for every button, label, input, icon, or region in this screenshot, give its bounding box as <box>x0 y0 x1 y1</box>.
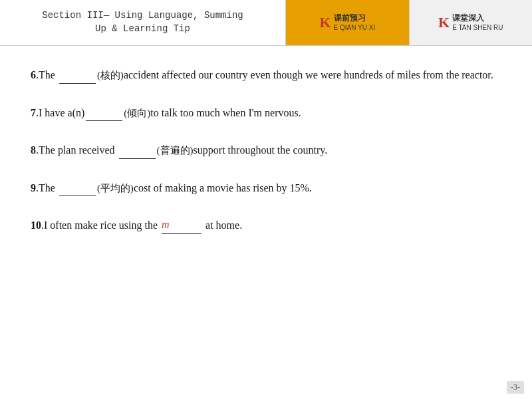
header-title: Section III— Using Language, Summing Up … <box>42 9 243 35</box>
badge-k-left: K <box>319 14 331 31</box>
q8-number: 8 <box>31 144 36 156</box>
question-10: 10.I often make rice using the m at home… <box>31 216 501 234</box>
header-badges: K 课前预习 E QIAN YU XI K 课堂深入 E TAN SHEN RU <box>286 0 532 45</box>
question-7: 7.I have a(n) (倾向)to talk too much when … <box>31 104 501 122</box>
question-8: 8.The plan received (普遍的)support through… <box>31 141 501 159</box>
header-title-section: Section III— Using Language, Summing Up … <box>0 0 286 45</box>
q10-number: 10 <box>31 219 41 231</box>
question-6: 6.The (核的)accident affected our country … <box>31 66 501 84</box>
header: Section III— Using Language, Summing Up … <box>0 0 532 46</box>
q10-blank[interactable]: m <box>162 216 201 234</box>
q7-number: 7 <box>31 107 36 118</box>
q6-blank[interactable] <box>59 66 96 84</box>
badge-text-right: 课堂深入 E TAN SHEN RU <box>452 13 503 33</box>
q7-blank[interactable] <box>86 104 122 122</box>
badge-preview: K 课前预习 E QIAN YU XI <box>286 0 409 45</box>
main-content: 6.The (核的)accident affected our country … <box>0 46 532 267</box>
q6-number: 6 <box>31 69 36 80</box>
question-9: 9.The (平均的)cost of making a movie has ri… <box>31 179 501 197</box>
badge-text-left: 课前预习 E QIAN YU XI <box>334 13 376 33</box>
q9-number: 9 <box>31 182 36 194</box>
badge-k-right: K <box>438 14 450 31</box>
q9-blank[interactable] <box>59 179 96 197</box>
q8-blank[interactable] <box>119 141 156 159</box>
page-number: -3- <box>507 381 524 394</box>
badge-deep: K 课堂深入 E TAN SHEN RU <box>409 0 533 45</box>
